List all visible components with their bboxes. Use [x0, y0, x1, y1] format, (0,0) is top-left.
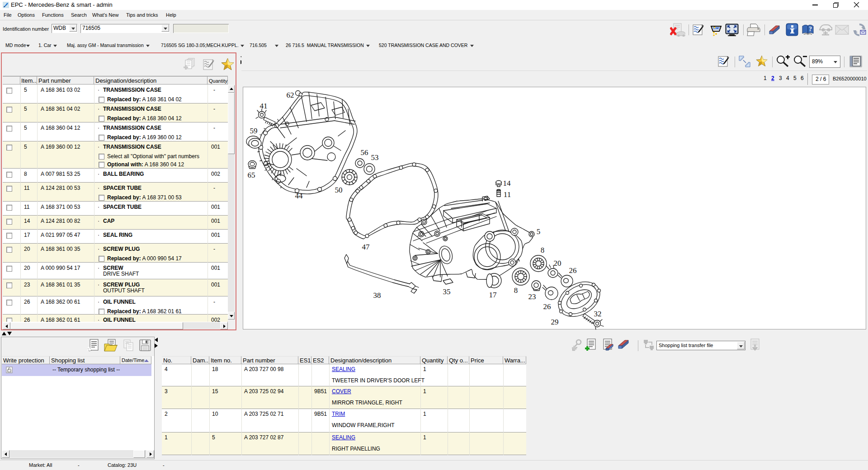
svg-text:32: 32	[594, 310, 602, 318]
svg-text:26: 26	[543, 302, 551, 311]
svg-text:41: 41	[260, 102, 268, 110]
svg-text:23: 23	[528, 292, 536, 301]
svg-text:56: 56	[361, 148, 368, 157]
svg-text:8: 8	[514, 286, 518, 295]
svg-text:50: 50	[335, 186, 343, 194]
svg-text:62: 62	[287, 91, 294, 99]
svg-text:20: 20	[554, 259, 561, 268]
svg-text:5: 5	[537, 227, 541, 236]
svg-text:53: 53	[371, 153, 379, 162]
svg-text:59: 59	[250, 127, 258, 135]
svg-text:17: 17	[489, 291, 497, 299]
svg-text:44: 44	[295, 192, 303, 200]
svg-text:38: 38	[373, 291, 381, 300]
svg-text:?: ?	[809, 26, 812, 33]
svg-text:11: 11	[504, 190, 511, 199]
svg-text:29: 29	[551, 318, 559, 326]
svg-text:65: 65	[248, 171, 255, 179]
svg-text:14: 14	[503, 179, 511, 188]
svg-text:35: 35	[443, 287, 451, 296]
svg-text:8: 8	[541, 246, 545, 254]
svg-text:47: 47	[362, 243, 370, 251]
svg-text:26: 26	[569, 266, 577, 275]
